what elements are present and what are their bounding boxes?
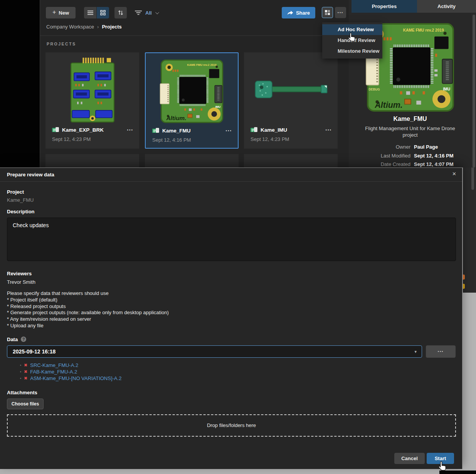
new-button-label: New xyxy=(59,10,69,16)
breadcrumb-root[interactable]: Company Workspace xyxy=(46,24,94,30)
menu-item-milestone-review[interactable]: Milestone Review xyxy=(322,46,382,57)
project-card-menu[interactable]: ••• xyxy=(225,129,232,133)
help-line: * Project itself (default) xyxy=(7,297,456,303)
chevron-down-icon xyxy=(155,10,159,14)
menu-item-ad-hoc-review[interactable]: Ad Hoc Review xyxy=(322,24,382,35)
start-button[interactable]: Start xyxy=(427,453,454,464)
dialog-title: Prepare review data xyxy=(7,172,54,178)
board-imu-text: IMU xyxy=(215,105,220,109)
sort-button[interactable] xyxy=(114,7,127,18)
taskbar-fragment xyxy=(439,471,476,474)
tab-properties[interactable]: Properties xyxy=(352,0,417,13)
share-icon xyxy=(287,10,293,15)
desktop-background-right xyxy=(463,293,476,474)
filter-control[interactable]: All xyxy=(135,7,158,18)
projects-section-label: PROJECTS xyxy=(47,42,76,46)
menu-item-handoff-review[interactable]: Handoff Review xyxy=(322,35,382,46)
breadcrumb: Company Workspace › Projects xyxy=(46,24,122,30)
tab-activity[interactable]: Activity xyxy=(417,0,476,13)
share-button[interactable]: Share xyxy=(282,7,315,18)
project-file-icon xyxy=(251,127,257,133)
project-card-kame-fmu[interactable]: KAME FMU rev.2 2019 IMU xyxy=(145,52,239,149)
help-line: * Generate project outputs (note: availa… xyxy=(7,310,456,316)
dialog-footer: Cancel Start xyxy=(394,453,454,464)
dialog-body: Project Kame_FMU Description Check updat… xyxy=(0,189,462,437)
review-menu-button[interactable] xyxy=(322,7,333,18)
grid-view-button[interactable] xyxy=(97,7,109,18)
project-card-kame-exp-brk[interactable]: Kame_EXP_BRK ••• Sept 12, 4:23 PM xyxy=(45,52,139,149)
choose-files-button[interactable]: Choose files xyxy=(7,399,44,409)
help-line: * Released project outputs xyxy=(7,303,456,310)
bullet-icon xyxy=(20,378,21,379)
description-label: Description xyxy=(7,209,456,214)
project-card-menu[interactable]: ••• xyxy=(127,128,133,132)
data-item-link[interactable]: ASM-Kame_FMU-[NO VARIATIONS]-A.2 xyxy=(30,375,121,381)
data-label-row: Data ? xyxy=(7,337,456,342)
data-item-link[interactable]: FAB-Kame_FMU-A.2 xyxy=(30,369,77,375)
review-grid-icon xyxy=(325,10,330,15)
share-button-label: Share xyxy=(296,10,310,16)
ellipsis-icon: ••• xyxy=(438,350,444,353)
data-item: ✖ ASM-Kame_FMU-[NO VARIATIONS]-A.2 xyxy=(7,375,456,382)
remove-icon[interactable]: ✖ xyxy=(24,369,27,374)
description-textarea[interactable]: Check updates xyxy=(7,218,456,261)
property-label: Owner xyxy=(349,144,410,150)
property-row-modified: Last Modified Sept 12, 4:16 PM xyxy=(349,153,471,159)
list-view-button[interactable] xyxy=(84,7,96,18)
app-background: + New xyxy=(0,0,476,167)
data-select-value: 2025-09-12 16:18 xyxy=(13,348,56,355)
file-dropzone[interactable]: Drop files/folders here xyxy=(7,414,456,437)
help-line: * Any item/revision released on server xyxy=(7,316,456,323)
data-item: ✖ SRC-Kame_FMU-A.2 xyxy=(7,362,456,368)
bullet-icon xyxy=(20,365,21,366)
project-name: Kame_EXP_BRK xyxy=(62,127,104,133)
pcb-thumbnail-imu xyxy=(244,56,338,125)
board-label-text: KAME FMU rev.2 2019 xyxy=(187,63,216,67)
close-icon[interactable]: ✕ xyxy=(452,171,456,177)
pcb-thumbnail-exp-brk xyxy=(45,56,139,125)
view-toggle xyxy=(84,7,109,18)
project-card-kame-imu[interactable]: Kame_IMU ••• Sept 12, 4:23 PM xyxy=(244,52,338,149)
data-help-text: Please specify data that reviewers shoul… xyxy=(7,290,456,329)
panel-project-title: Kame_FMU xyxy=(349,116,471,122)
sort-icon xyxy=(118,10,123,15)
board-debug-text: DEBUG xyxy=(368,88,380,91)
reviewers-value: Trevor Smith xyxy=(7,279,456,285)
new-button[interactable]: + New xyxy=(46,7,76,18)
project-card-menu[interactable]: ••• xyxy=(325,128,332,132)
board-label-text: KAME FMU rev.2 2019 xyxy=(403,28,444,32)
property-label: Last Modified xyxy=(349,153,410,159)
main-content: + New xyxy=(40,0,349,167)
project-name: Kame_FMU xyxy=(162,128,191,134)
data-select[interactable]: 2025-09-12 16:18 ▾ xyxy=(7,345,422,358)
property-value: Sept 12, 4:16 PM xyxy=(414,153,454,159)
project-card-partial xyxy=(244,154,338,168)
scrollbar-thumb[interactable] xyxy=(471,167,474,190)
panel-scrollbar[interactable] xyxy=(471,13,476,167)
background-right-strip xyxy=(463,167,476,293)
bullet-icon xyxy=(20,371,21,372)
browse-data-button[interactable]: ••• xyxy=(426,345,456,358)
help-line: * Upload any file xyxy=(7,323,456,329)
project-date: Sept 12, 4:23 PM xyxy=(52,136,91,142)
cancel-button[interactable]: Cancel xyxy=(394,453,425,464)
project-value: Kame_FMU xyxy=(7,197,456,203)
scrollbar-thumb[interactable] xyxy=(473,15,475,167)
screen: + New xyxy=(0,0,476,474)
property-row-created: Date Created Sept 12, 4:07 PM xyxy=(349,161,471,167)
board-imu-text: IMU xyxy=(443,87,450,91)
property-value: Sept 12, 4:07 PM xyxy=(414,161,454,167)
reviewers-label: Reviewers xyxy=(7,271,456,276)
project-card-partial xyxy=(45,154,139,168)
more-actions-button[interactable]: ••• xyxy=(335,7,346,18)
grid-icon xyxy=(100,10,106,15)
help-icon[interactable]: ? xyxy=(21,337,26,342)
list-icon xyxy=(87,10,93,15)
data-item-link[interactable]: SRC-Kame_FMU-A.2 xyxy=(30,362,78,368)
tab-activity-label: Activity xyxy=(437,3,456,9)
remove-icon[interactable]: ✖ xyxy=(24,363,27,368)
remove-icon[interactable]: ✖ xyxy=(24,376,27,381)
desktop-background-bottom xyxy=(0,469,476,474)
attachments-label: Attachments xyxy=(7,390,456,395)
breadcrumb-current: Projects xyxy=(102,24,121,30)
